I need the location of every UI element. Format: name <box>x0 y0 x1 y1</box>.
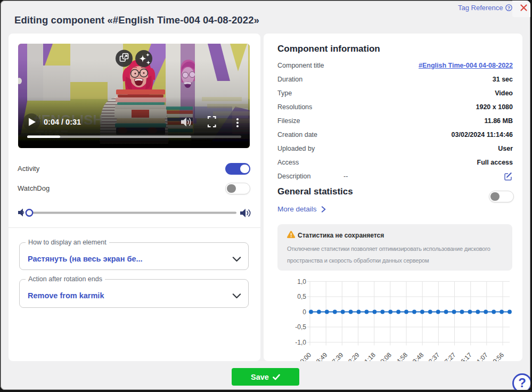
svg-text:01:07: 01:07 <box>473 351 489 361</box>
svg-text:0: 0 <box>302 308 306 316</box>
svg-text:20:00: 20:00 <box>296 351 313 361</box>
svg-text:17:39: 17:39 <box>328 351 345 361</box>
svg-text:22:37: 22:37 <box>424 351 441 361</box>
svg-text:-1,0: -1,0 <box>295 339 306 346</box>
svg-text:16:17: 16:17 <box>457 351 473 361</box>
svg-text:09:56: 09:56 <box>489 351 505 361</box>
svg-text:0,5: 0,5 <box>297 293 306 300</box>
svg-text:1,0: 1,0 <box>297 278 306 285</box>
svg-text:13:48: 13:48 <box>408 351 425 361</box>
svg-text:04:58: 04:58 <box>392 351 409 361</box>
svg-text:20:08: 20:08 <box>377 351 393 361</box>
svg-text:0:04 / 0:31: 0:04 / 0:31 <box>44 118 81 126</box>
svg-text:11:18: 11:18 <box>361 351 377 361</box>
svg-text:07:27: 07:27 <box>440 351 457 361</box>
svg-text:?: ? <box>507 5 510 11</box>
svg-text:-0,5: -0,5 <box>295 323 306 331</box>
svg-text:08:49: 08:49 <box>312 351 329 361</box>
svg-text:22:29: 22:29 <box>344 351 361 361</box>
